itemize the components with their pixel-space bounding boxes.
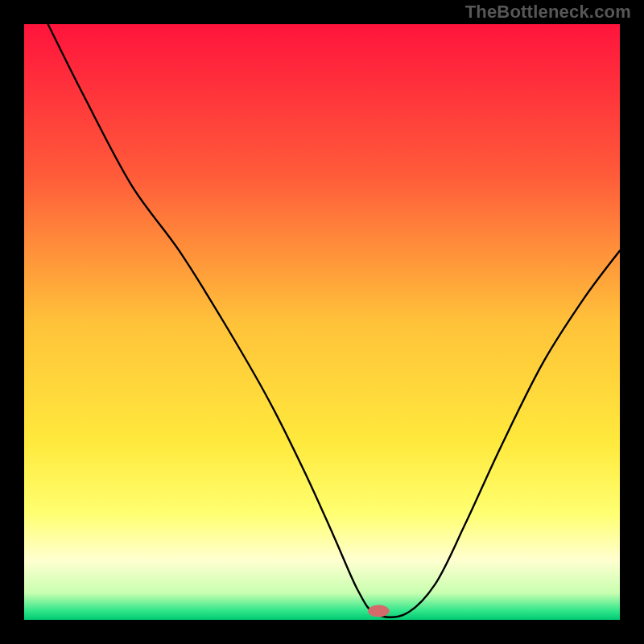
bottleneck-chart [0,0,644,644]
plot-background [24,24,620,620]
optimum-marker [368,605,390,617]
watermark-text: TheBottleneck.com [465,2,631,23]
chart-frame: { "watermark": "TheBottleneck.com", "plo… [0,0,644,644]
